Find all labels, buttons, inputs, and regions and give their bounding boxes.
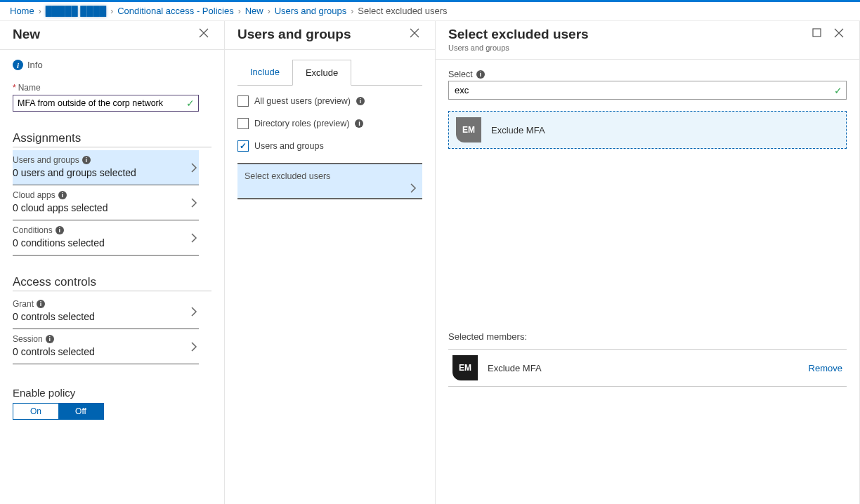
close-icon bbox=[410, 28, 419, 38]
chevron-right-icon bbox=[410, 183, 417, 194]
close-button[interactable] bbox=[831, 27, 847, 39]
avatar: EM bbox=[452, 355, 478, 380]
checkbox-icon bbox=[237, 95, 249, 107]
info-icon: i bbox=[82, 156, 91, 164]
chevron-right-icon bbox=[190, 197, 197, 208]
info-icon: i bbox=[356, 97, 365, 105]
close-icon bbox=[199, 28, 209, 38]
checkbox-checked-icon bbox=[237, 140, 249, 152]
blade-new: New i Info *Name ✓ Assignments Users and… bbox=[0, 21, 225, 504]
avatar: EM bbox=[456, 117, 481, 142]
select-label: Select i bbox=[448, 69, 847, 79]
access-grant[interactable]: Granti 0 controls selected bbox=[13, 294, 199, 329]
chevron-right-icon: › bbox=[351, 6, 353, 16]
maximize-icon bbox=[812, 28, 821, 37]
breadcrumb: Home › █████ ████ › Conditional access -… bbox=[0, 2, 860, 21]
check-guest-users[interactable]: All guest users (preview) i bbox=[237, 95, 422, 107]
assignment-users-groups[interactable]: Users and groupsi 0 users and groups sel… bbox=[13, 150, 199, 185]
close-icon bbox=[834, 28, 844, 38]
info-icon: i bbox=[37, 300, 45, 308]
svg-rect-0 bbox=[813, 29, 821, 37]
blade-users-groups: Users and groups Include Exclude All gue… bbox=[225, 21, 436, 504]
toggle-on[interactable]: On bbox=[13, 404, 58, 419]
chevron-right-icon bbox=[190, 341, 197, 352]
blade-subtitle: Users and groups bbox=[448, 44, 589, 52]
chevron-right-icon bbox=[190, 162, 197, 173]
close-button[interactable] bbox=[196, 27, 211, 39]
assignment-cloud-apps[interactable]: Cloud appsi 0 cloud apps selected bbox=[13, 185, 199, 220]
enable-policy-heading: Enable policy bbox=[13, 387, 211, 399]
breadcrumb-link-home[interactable]: Home bbox=[10, 6, 34, 16]
tab-exclude[interactable]: Exclude bbox=[292, 60, 351, 86]
search-input[interactable] bbox=[448, 81, 847, 100]
info-icon: i bbox=[355, 119, 363, 128]
name-label: *Name bbox=[13, 83, 211, 93]
check-users-groups[interactable]: Users and groups bbox=[237, 140, 422, 152]
access-session[interactable]: Sessioni 0 controls selected bbox=[13, 329, 199, 364]
selected-members-heading: Selected members: bbox=[448, 331, 847, 342]
check-directory-roles[interactable]: Directory roles (preview) i bbox=[237, 118, 422, 129]
include-exclude-tabs: Include Exclude bbox=[237, 60, 422, 86]
chevron-right-icon: › bbox=[39, 6, 41, 16]
selected-member-row: EM Exclude MFA Remove bbox=[448, 349, 847, 387]
toggle-off[interactable]: Off bbox=[58, 404, 103, 419]
info-row[interactable]: i Info bbox=[13, 60, 211, 70]
policy-name-input[interactable] bbox=[13, 95, 199, 112]
assignments-heading: Assignments bbox=[13, 131, 211, 147]
info-icon: i bbox=[58, 191, 67, 199]
info-icon: i bbox=[13, 60, 23, 70]
access-controls-heading: Access controls bbox=[13, 275, 211, 291]
close-button[interactable] bbox=[407, 27, 422, 39]
tab-include[interactable]: Include bbox=[237, 60, 292, 85]
maximize-button[interactable] bbox=[809, 27, 824, 39]
selected-name: Exclude MFA bbox=[488, 363, 542, 373]
info-icon: i bbox=[476, 70, 485, 79]
chevron-right-icon: › bbox=[238, 6, 241, 16]
breadcrumb-link-conditional-access[interactable]: Conditional access - Policies bbox=[117, 6, 233, 16]
blade-select-excluded-users: Select excluded users Users and groups S… bbox=[436, 21, 860, 504]
breadcrumb-link-users-groups[interactable]: Users and groups bbox=[275, 6, 347, 16]
info-icon: i bbox=[56, 226, 64, 234]
remove-link[interactable]: Remove bbox=[809, 363, 842, 373]
result-name: Exclude MFA bbox=[491, 125, 545, 135]
chevron-right-icon: › bbox=[110, 6, 113, 16]
info-label: Info bbox=[27, 60, 43, 70]
blade-title-new: New bbox=[13, 27, 40, 42]
chevron-right-icon bbox=[190, 306, 197, 317]
search-result-item[interactable]: EM Exclude MFA bbox=[448, 111, 847, 149]
info-icon: i bbox=[46, 335, 54, 343]
breadcrumb-link-org[interactable]: █████ ████ bbox=[46, 6, 107, 16]
breadcrumb-current: Select excluded users bbox=[358, 6, 447, 16]
blade-title-select-excluded: Select excluded users bbox=[448, 27, 589, 42]
chevron-right-icon: › bbox=[268, 6, 271, 16]
chevron-right-icon bbox=[190, 232, 197, 244]
select-excluded-users-button[interactable]: Select excluded users bbox=[237, 163, 422, 199]
breadcrumb-link-new[interactable]: New bbox=[245, 6, 263, 16]
checkbox-icon bbox=[237, 118, 249, 129]
blade-title-users-groups: Users and groups bbox=[237, 27, 351, 42]
assignment-conditions[interactable]: Conditionsi 0 conditions selected bbox=[13, 220, 199, 256]
enable-policy-toggle[interactable]: On Off bbox=[13, 403, 104, 420]
